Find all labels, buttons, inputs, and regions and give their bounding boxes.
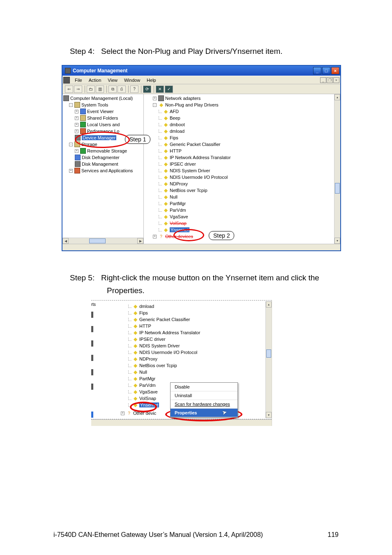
list-item[interactable]: dmload — [128, 303, 265, 310]
step5-line1: Step 5: Right-click the mouse button on … — [70, 272, 392, 284]
tree-item-ndis-sys[interactable]: NDIS System Driver — [147, 167, 339, 174]
expand-icon[interactable]: + — [75, 130, 78, 133]
minimize-button[interactable]: _ — [313, 67, 321, 74]
menu-window[interactable]: Window — [121, 77, 143, 83]
expand-icon[interactable]: + — [75, 116, 78, 120]
collapse-icon[interactable]: - — [69, 143, 73, 146]
tree-item-null[interactable]: Null — [147, 194, 339, 200]
tree-services[interactable]: +Services and Applications — [63, 167, 143, 174]
tree-item-dmboot[interactable]: dmboot — [147, 121, 339, 128]
scroll-down-icon[interactable]: ▾ — [266, 412, 272, 418]
list-item[interactable]: NDProxy — [128, 356, 265, 362]
tree-item-ndis-uio[interactable]: NDIS Usermode I/O Protocol — [147, 174, 339, 180]
list-item[interactable]: NDIS Usermode I/O Protocol — [128, 349, 265, 356]
close-button[interactable]: × — [331, 67, 339, 74]
list-item[interactable]: NDIS System Driver — [128, 342, 265, 349]
properties-button[interactable]: ⧉ — [108, 86, 117, 93]
scroll-up-icon[interactable]: ▴ — [334, 94, 340, 100]
extra-button-2[interactable]: ✓ — [165, 86, 173, 93]
scroll-thumb[interactable] — [266, 349, 271, 358]
tree-network-adapters[interactable]: +Network adapters — [147, 95, 339, 102]
ctx-properties[interactable]: Properties — [171, 409, 238, 417]
show-hide-button[interactable]: ▥ — [96, 86, 104, 93]
titlebar[interactable]: Computer Management _ □ × — [62, 66, 340, 76]
forward-button[interactable]: ⇒ — [74, 86, 82, 93]
tree-root[interactable]: Computer Management (Local) — [63, 95, 143, 102]
tree-other-devices[interactable]: +?Other devices — [147, 233, 339, 240]
tree-item-parvdm[interactable]: ParVdm — [147, 207, 339, 213]
mdi-restore-button[interactable]: ❐ — [327, 77, 333, 83]
back-button[interactable]: ⇐ — [65, 86, 73, 93]
tree-item-ipsec[interactable]: IPSEC driver — [147, 161, 339, 167]
menu-view[interactable]: View — [104, 77, 121, 83]
tree-event-viewer[interactable]: +Event Viewer — [63, 108, 143, 115]
vertical-scrollbar[interactable]: ▴ ▾ — [265, 301, 272, 418]
list-item[interactable]: Null — [128, 369, 265, 375]
scan-button[interactable]: ⟳ — [143, 86, 151, 93]
ctx-uninstall[interactable]: Uninstall — [171, 391, 238, 400]
expand-icon[interactable]: + — [75, 123, 78, 127]
list-item[interactable]: IP Network Address Translator — [128, 329, 265, 336]
tree-system-tools[interactable]: -System Tools — [63, 102, 143, 108]
scroll-thumb[interactable] — [89, 238, 106, 243]
tree-item-volsnap[interactable]: VolSnap — [147, 220, 339, 227]
scroll-right-icon[interactable]: ▶ — [137, 238, 143, 244]
expand-icon[interactable]: + — [153, 97, 157, 100]
tree-item-dmload[interactable]: dmload — [147, 128, 339, 134]
ctx-scan[interactable]: Scan for hardware changes — [171, 400, 238, 409]
tree-item-ndproxy[interactable]: NDProxy — [147, 180, 339, 187]
scroll-up-icon[interactable]: ▴ — [266, 301, 272, 308]
tree-item-gpc[interactable]: Generic Packet Classifier — [147, 141, 339, 148]
collapse-icon[interactable]: - — [69, 103, 73, 107]
list-item[interactable]: IPSEC driver — [128, 336, 265, 342]
tree-storage[interactable]: -Storage — [63, 141, 143, 148]
menu-action[interactable]: Action — [85, 77, 105, 83]
tree-item-vgasave[interactable]: VgaSave — [147, 213, 339, 220]
tree-item-afd[interactable]: AFD — [147, 108, 339, 115]
print-button[interactable]: ⎙ — [118, 86, 126, 93]
menu-help[interactable]: Help — [143, 77, 159, 83]
menu-file[interactable]: File — [71, 77, 85, 83]
list-item[interactable]: NetBios over Tcpip — [128, 362, 265, 369]
collapse-icon[interactable]: - — [153, 103, 157, 107]
up-button[interactable]: 🗀 — [87, 86, 95, 93]
toolbar: ⇐ ⇒ 🗀 ▥ ⧉ ⎙ ? ⟳ ✕ ✓ — [62, 84, 340, 94]
help-button[interactable]: ? — [130, 86, 138, 93]
tree-item-ipnat[interactable]: IP Network Address Translator — [147, 154, 339, 161]
maximize-button[interactable]: □ — [322, 67, 330, 74]
tree-item-partmgr[interactable]: PartMgr — [147, 200, 339, 207]
scroll-down-icon[interactable]: ▾ — [334, 238, 340, 244]
tree-defrag[interactable]: Disk Defragmenter — [63, 154, 143, 161]
expand-icon[interactable]: + — [69, 169, 73, 173]
tree-device-manager[interactable]: Device Manager — [63, 134, 143, 141]
tree-item-http[interactable]: HTTP — [147, 148, 339, 154]
list-item[interactable]: Fips — [128, 310, 265, 316]
tree-npp-drivers[interactable]: -Non-Plug and Play Drivers — [147, 102, 339, 108]
tree-removable[interactable]: +Removable Storage — [63, 148, 143, 154]
tree-item-netbios[interactable]: NetBios over Tcpip — [147, 187, 339, 194]
mdi-minimize-button[interactable]: _ — [320, 77, 326, 83]
tree-shared-folders[interactable]: +Shared Folders — [63, 115, 143, 121]
mdi-close-button[interactable]: × — [333, 77, 339, 83]
expand-icon[interactable]: + — [121, 412, 125, 415]
tree-diskmgmt[interactable]: Disk Management — [63, 161, 143, 167]
tree-item-ynsernet[interactable]: Ynsernet — [147, 227, 339, 233]
expand-icon[interactable]: + — [153, 235, 157, 238]
list-item[interactable]: Generic Packet Classifier — [128, 316, 265, 323]
expand-icon[interactable]: + — [75, 149, 78, 153]
driver-list: dmload Fips Generic Packet Classifier HT… — [99, 301, 265, 418]
scroll-left-icon[interactable]: ◀ — [62, 238, 69, 244]
extra-button-1[interactable]: ✕ — [156, 86, 164, 93]
right-vertical-scrollbar[interactable]: ▴ ▾ — [334, 94, 340, 244]
tree-perf-logs[interactable]: +Performance Lo — [63, 128, 143, 134]
tree-item-fips[interactable]: Fips — [147, 134, 339, 141]
ctx-disable[interactable]: Disable — [171, 383, 238, 391]
expand-icon[interactable]: + — [75, 110, 78, 113]
driver-icon — [163, 187, 168, 193]
scroll-thumb[interactable] — [335, 183, 340, 194]
tree-item-beep[interactable]: Beep — [147, 115, 339, 121]
left-horizontal-scrollbar[interactable]: ◀ ▶ — [62, 238, 143, 244]
list-item[interactable]: PartMgr — [128, 375, 265, 382]
tree-local-users[interactable]: +Local Users and — [63, 121, 143, 128]
list-item[interactable]: HTTP — [128, 323, 265, 329]
